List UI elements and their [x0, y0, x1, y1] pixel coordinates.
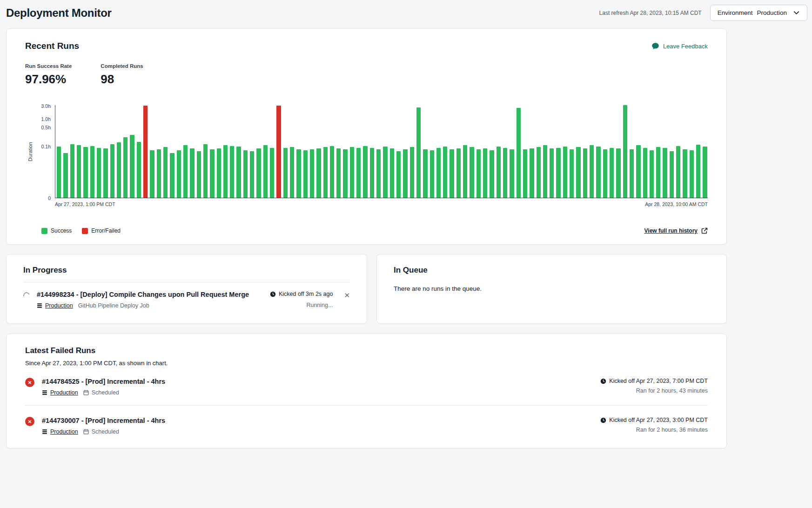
run-bar-success[interactable]: [243, 150, 248, 198]
run-bar-success[interactable]: [450, 149, 454, 198]
close-icon[interactable]: ✕: [344, 292, 350, 299]
run-bar-success[interactable]: [57, 147, 61, 198]
run-bar-success[interactable]: [443, 147, 447, 198]
run-bar-success[interactable]: [236, 147, 241, 198]
run-bar-success[interactable]: [537, 147, 541, 198]
run-bar-success[interactable]: [456, 148, 461, 198]
run-bar-success[interactable]: [416, 107, 421, 198]
run-bar-success[interactable]: [543, 145, 547, 198]
view-full-run-history-link[interactable]: View full run history: [644, 227, 708, 234]
run-bar-success[interactable]: [190, 148, 194, 198]
run-bar-success[interactable]: [223, 145, 228, 198]
run-bar-success[interactable]: [497, 147, 501, 198]
run-bar-success[interactable]: [396, 151, 401, 198]
run-bar-success[interactable]: [583, 148, 587, 198]
run-bar-success[interactable]: [663, 148, 667, 198]
run-bar-success[interactable]: [203, 144, 208, 198]
run-bar-success[interactable]: [370, 148, 374, 198]
run-bar-success[interactable]: [130, 135, 134, 198]
run-bar-success[interactable]: [523, 149, 527, 198]
run-bar-success[interactable]: [323, 147, 328, 198]
run-bar-success[interactable]: [690, 150, 694, 198]
run-bar-success[interactable]: [656, 147, 660, 198]
run-bar-success[interactable]: [530, 148, 534, 198]
environment-link[interactable]: Production: [42, 428, 78, 435]
environment-link[interactable]: Production: [37, 302, 73, 309]
run-bar-success[interactable]: [123, 137, 128, 198]
run-bar-success[interactable]: [610, 148, 614, 198]
run-bar-success[interactable]: [650, 150, 654, 198]
run-bar-success[interactable]: [363, 146, 367, 198]
run-bar-success[interactable]: [563, 147, 567, 198]
leave-feedback-link[interactable]: Leave Feedback: [651, 42, 708, 50]
run-bar-success[interactable]: [103, 148, 107, 198]
run-bar-success[interactable]: [423, 149, 427, 198]
run-bar-success[interactable]: [383, 147, 387, 198]
environment-selector[interactable]: Environment Production: [710, 5, 807, 21]
run-bar-success[interactable]: [137, 142, 141, 198]
run-bar-success[interactable]: [623, 105, 627, 198]
run-bar-success[interactable]: [63, 153, 67, 198]
run-bar-success[interactable]: [343, 149, 347, 198]
run-bar-success[interactable]: [77, 145, 81, 198]
run-bar-success[interactable]: [643, 148, 647, 198]
run-bar-success[interactable]: [177, 150, 181, 198]
run-bar-success[interactable]: [163, 147, 168, 198]
environment-link[interactable]: Production: [42, 389, 78, 396]
run-bar-success[interactable]: [476, 149, 481, 198]
run-bar-success[interactable]: [517, 108, 521, 198]
run-bar-success[interactable]: [670, 151, 674, 198]
run-bar-success[interactable]: [356, 148, 361, 198]
run-bar-success[interactable]: [616, 148, 620, 198]
run-bar-success[interactable]: [676, 146, 680, 198]
run-bar-success[interactable]: [70, 144, 74, 198]
run-bar-success[interactable]: [157, 149, 161, 198]
run-bar-success[interactable]: [696, 145, 700, 198]
run-bar-success[interactable]: [683, 149, 687, 198]
run-bar-success[interactable]: [630, 149, 634, 198]
run-bar-success[interactable]: [603, 149, 607, 198]
run-bar-success[interactable]: [283, 148, 288, 198]
run-bar-success[interactable]: [390, 148, 394, 198]
run-bar-success[interactable]: [503, 148, 507, 198]
run-bar-success[interactable]: [376, 149, 381, 198]
run-bar-success[interactable]: [170, 153, 174, 198]
run-bar-success[interactable]: [350, 147, 354, 198]
run-bar-success[interactable]: [636, 145, 640, 198]
run-bar-success[interactable]: [83, 147, 87, 198]
run-bar-success[interactable]: [590, 145, 594, 198]
run-bar-success[interactable]: [296, 149, 301, 198]
run-bar-success[interactable]: [210, 149, 214, 198]
run-bar-success[interactable]: [556, 148, 560, 198]
run-bar-success[interactable]: [703, 147, 707, 198]
run-bar-success[interactable]: [550, 148, 554, 198]
run-bar-success[interactable]: [410, 147, 414, 198]
run-bar-success[interactable]: [403, 149, 407, 198]
run-bar-success[interactable]: [596, 147, 600, 198]
run-bar-success[interactable]: [110, 144, 114, 198]
run-bar-success[interactable]: [576, 147, 580, 198]
run-bar-success[interactable]: [256, 148, 261, 198]
run-bar-success[interactable]: [463, 145, 467, 198]
run-bar-success[interactable]: [183, 145, 188, 198]
run-bar-success[interactable]: [303, 150, 308, 198]
run-bar-success[interactable]: [436, 148, 441, 198]
run-bar-success[interactable]: [263, 145, 268, 198]
run-bar-success[interactable]: [570, 149, 574, 198]
run-bar-success[interactable]: [430, 150, 434, 198]
run-bar-success[interactable]: [330, 146, 334, 198]
run-bar-success[interactable]: [510, 149, 514, 198]
run-bar-success[interactable]: [90, 146, 94, 198]
run-bar-success[interactable]: [310, 149, 314, 198]
run-bar-success[interactable]: [150, 150, 154, 198]
run-bar-success[interactable]: [270, 148, 274, 198]
run-bar-error[interactable]: [276, 106, 281, 198]
run-bar-success[interactable]: [490, 150, 494, 198]
run-bar-success[interactable]: [97, 148, 101, 198]
run-bar-success[interactable]: [290, 147, 294, 198]
run-bar-success[interactable]: [197, 151, 201, 198]
run-bar-success[interactable]: [250, 151, 254, 198]
run-bar-success[interactable]: [470, 147, 474, 198]
run-bar-success[interactable]: [117, 142, 121, 198]
run-bar-error[interactable]: [143, 106, 148, 198]
